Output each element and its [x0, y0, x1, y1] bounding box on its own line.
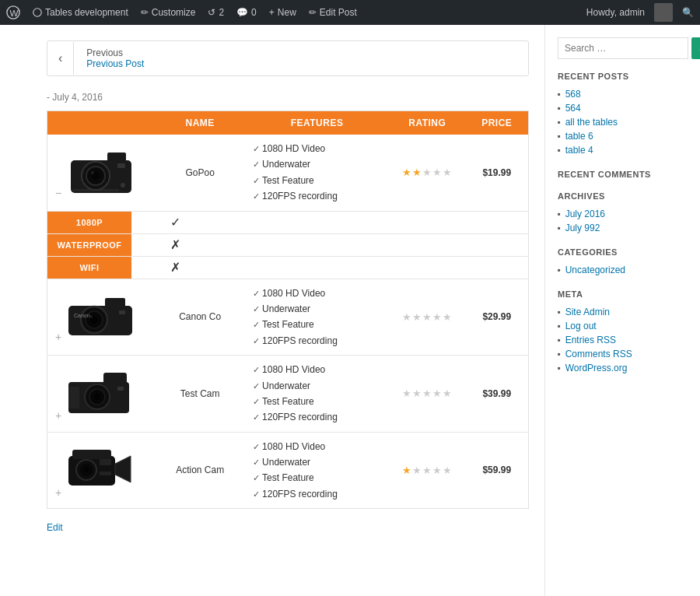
list-item-link[interactable]: July 992	[565, 223, 600, 233]
product-price: $59.99	[465, 432, 528, 509]
admin-new[interactable]: + New	[269, 7, 296, 18]
list-item[interactable]: 564	[558, 101, 688, 115]
expand-icon[interactable]: +	[55, 409, 61, 422]
list-item-link[interactable]: table 4	[565, 145, 593, 156]
list-item-link[interactable]: 564	[565, 103, 581, 114]
admin-customize[interactable]: ✏ Customize	[141, 7, 196, 18]
badge-row: 1080P✓	[47, 211, 529, 233]
list-item[interactable]: Log out	[558, 319, 688, 333]
list-item[interactable]: Comments RSS	[558, 347, 688, 361]
list-item-link[interactable]: 568	[565, 89, 581, 100]
expand-icon[interactable]: +	[55, 486, 61, 499]
star-5: ★	[443, 387, 453, 399]
svg-point-10	[121, 183, 125, 188]
product-name: Canon Co	[155, 279, 245, 356]
star-1: ★	[402, 465, 412, 476]
svg-point-32	[84, 468, 89, 472]
list-item-link[interactable]: table 6	[565, 131, 593, 142]
col-header-price: PRICE	[465, 111, 528, 135]
svg-point-25	[94, 394, 100, 400]
feature-item: Test Feature	[253, 173, 381, 188]
svg-rect-22	[68, 387, 79, 408]
feature-item: Test Feature	[253, 317, 381, 332]
list-item[interactable]: Uncategorized	[558, 263, 688, 277]
svg-rect-19	[119, 310, 125, 314]
list-item[interactable]: Entries RSS	[558, 333, 688, 347]
product-rating: ★★★★★	[389, 356, 465, 433]
feature-item: 1080 HD Video	[253, 286, 381, 301]
feature-item: 120FPS recording	[253, 486, 381, 502]
list-item-link[interactable]: Site Admin	[565, 307, 610, 317]
list-item[interactable]: all the tables	[558, 115, 688, 129]
svg-text:Canon: Canon	[74, 313, 90, 318]
search-button[interactable]: Search	[691, 37, 700, 59]
table-header-row: NAME FEATURES RATING PRICE	[47, 111, 529, 135]
product-rating: ★★★★★	[389, 432, 465, 509]
expand-icon[interactable]: +	[55, 331, 61, 343]
list-item-link[interactable]: Uncategorized	[565, 265, 625, 275]
product-features: 1080 HD VideoUnderwaterTest Feature120FP…	[245, 135, 389, 211]
meta-list: Site AdminLog outEntries RSSComments RSS…	[558, 305, 688, 375]
product-price: $39.99	[465, 356, 528, 433]
list-item-link[interactable]: Log out	[565, 321, 597, 331]
nav-back-arrow[interactable]: ‹	[47, 42, 74, 75]
list-item[interactable]: July 992	[558, 221, 688, 235]
col-header-rating: RATING	[389, 111, 465, 135]
list-item[interactable]: 568	[558, 87, 688, 101]
search-input[interactable]	[558, 37, 688, 59]
list-item-link[interactable]: Entries RSS	[565, 335, 616, 345]
star-rating: ★★★★★	[402, 465, 453, 476]
star-3: ★	[422, 465, 432, 476]
admin-bar: W Tables development ✏ Customize ↺ 2 💬 0…	[0, 0, 700, 25]
wp-logo[interactable]: W	[6, 5, 20, 19]
star-4: ★	[432, 387, 443, 399]
admin-avatar	[654, 3, 673, 22]
table-row: + Canon Canon Co1080 HD VideoUnderwaterT…	[47, 279, 529, 356]
list-item[interactable]: table 6	[558, 129, 688, 143]
previous-post-nav[interactable]: Previous Previous Post	[74, 41, 313, 75]
badge-cell: WIFI✗	[47, 256, 529, 279]
star-1: ★	[402, 311, 412, 323]
feature-badge: 1080P	[47, 212, 131, 233]
product-image	[65, 442, 138, 499]
svg-rect-21	[103, 373, 127, 385]
list-item-link[interactable]: July 2016	[565, 209, 605, 219]
list-item-link[interactable]: WordPress.org	[565, 363, 628, 373]
product-image-cell: + Canon	[47, 279, 156, 356]
svg-marker-29	[115, 456, 131, 482]
product-price: $19.99	[465, 135, 528, 211]
svg-point-2	[33, 9, 42, 17]
list-item[interactable]: July 2016	[558, 207, 688, 221]
list-item[interactable]: Site Admin	[558, 305, 688, 319]
product-name: Test Cam	[155, 356, 245, 433]
admin-search-icon[interactable]: 🔍	[682, 7, 694, 18]
product-image-cell: +	[47, 432, 156, 509]
svg-rect-33	[100, 459, 111, 465]
recent-posts-heading: RECENT POSTS	[558, 72, 688, 81]
previous-post-label: Previous Post	[86, 58, 301, 69]
feature-item: Underwater	[253, 301, 381, 317]
star-4: ★	[432, 311, 443, 323]
edit-link[interactable]: Edit	[47, 522, 63, 533]
list-item[interactable]: WordPress.org	[558, 361, 688, 375]
collapse-icon[interactable]: −	[55, 187, 61, 199]
badge-row: WATERPROOF✗	[47, 233, 529, 256]
feature-item: Test Feature	[253, 394, 381, 409]
list-item-link[interactable]: all the tables	[565, 117, 618, 128]
svg-rect-13	[105, 298, 125, 309]
product-price: $29.99	[465, 279, 528, 356]
list-item-link[interactable]: Comments RSS	[565, 349, 632, 359]
product-name: Action Cam	[155, 432, 245, 509]
admin-comments[interactable]: 💬 0	[236, 7, 257, 18]
feature-item: 120FPS recording	[253, 188, 381, 204]
list-item[interactable]: table 4	[558, 143, 688, 157]
admin-site-link[interactable]: Tables development	[33, 7, 128, 18]
sidebar: Search RECENT POSTS 568564all the tables…	[544, 25, 700, 596]
product-rating: ★★★★★	[389, 135, 465, 211]
post-date: - July 4, 2016	[47, 92, 529, 103]
admin-revision-count[interactable]: ↺ 2	[208, 7, 224, 18]
svg-rect-28	[72, 450, 111, 459]
admin-edit-post[interactable]: ✏ Edit Post	[309, 7, 357, 18]
table-row: − GoPoo1080 HD VideoUnderwaterTest Featu…	[47, 135, 529, 211]
search-form: Search	[558, 37, 688, 59]
